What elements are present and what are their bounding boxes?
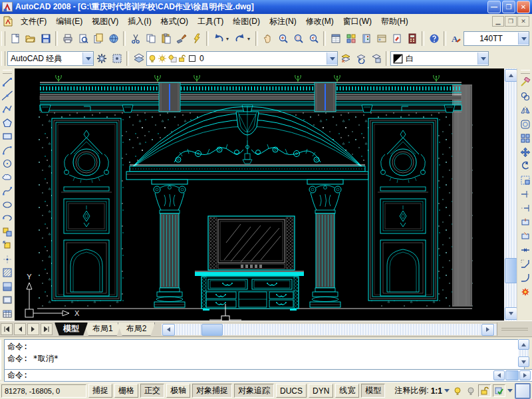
annotation-autoscale-icon[interactable]	[465, 385, 476, 396]
close-button[interactable]: ✕	[517, 1, 530, 13]
copy-obj-button[interactable]	[518, 89, 532, 103]
tab-first-button[interactable]	[1, 323, 13, 335]
toggle-grid[interactable]: 栅格	[114, 384, 138, 398]
chamfer-button[interactable]	[518, 257, 532, 271]
vertical-scroll-thumb[interactable]	[505, 258, 517, 283]
toolbar-grip[interactable]	[3, 70, 12, 74]
rotate-button[interactable]	[518, 159, 532, 173]
layer-freeze-icon[interactable]	[157, 54, 167, 64]
menu-item-1[interactable]: 编辑(E)	[51, 14, 87, 29]
chevron-down-icon[interactable]	[444, 389, 450, 392]
workspace-settings-button[interactable]	[94, 51, 109, 66]
minimize-button[interactable]: —	[487, 1, 501, 13]
sheetset-manager-button[interactable]	[374, 31, 389, 47]
toggle-ortho[interactable]: 正交	[140, 384, 164, 398]
xline-button[interactable]	[1, 88, 15, 102]
break-at-point-button[interactable]	[518, 215, 532, 229]
point-button[interactable]	[1, 252, 15, 266]
tab-model[interactable]: 模型	[55, 323, 88, 336]
scroll-down-button[interactable]	[505, 307, 517, 320]
line-button[interactable]	[1, 75, 15, 89]
menu-item-6[interactable]: 绘图(D)	[228, 14, 265, 29]
toggle-snap[interactable]: 捕捉	[88, 384, 112, 398]
scale-button[interactable]	[518, 173, 532, 187]
chevron-down-icon[interactable]	[327, 53, 337, 65]
cut-button[interactable]	[128, 31, 143, 47]
break-button[interactable]	[518, 229, 532, 243]
undo-button[interactable]	[211, 31, 226, 47]
menu-item-5[interactable]: 工具(T)	[193, 14, 228, 29]
ellipse-arc-button[interactable]	[1, 211, 15, 225]
tool-palettes-button[interactable]	[358, 31, 374, 47]
layer-vp-freeze-icon[interactable]	[167, 54, 177, 64]
extend-button[interactable]	[518, 201, 532, 215]
layer-manager-button[interactable]	[131, 51, 146, 66]
toolbar-unlock-icon[interactable]	[478, 384, 491, 397]
my-workspace-button[interactable]	[109, 51, 124, 66]
fillet-button[interactable]	[518, 271, 532, 285]
tab-last-button[interactable]	[41, 323, 53, 335]
quickcalc-button[interactable]	[404, 31, 420, 47]
3ddwf-button[interactable]	[106, 31, 121, 47]
layer-combo[interactable]: 0	[146, 51, 338, 66]
coordinate-readout[interactable]: 81278, -16805, 0	[1, 384, 86, 398]
chevron-down-icon[interactable]	[82, 53, 93, 65]
scroll-up-button[interactable]	[518, 339, 529, 350]
tab-layout1[interactable]: 布局1	[84, 323, 122, 336]
clean-screen-button[interactable]	[515, 383, 531, 399]
hatch-button[interactable]	[1, 266, 15, 280]
redo-button[interactable]	[232, 31, 247, 47]
toggle-dyn[interactable]: DYN	[309, 384, 333, 398]
command-history[interactable]: 命令:命令: *取消*	[4, 339, 525, 370]
horizontal-scroll-thumb[interactable]	[201, 324, 223, 336]
toggle-ducs[interactable]: DUCS	[276, 384, 307, 398]
table-button[interactable]	[1, 307, 15, 321]
menu-item-9[interactable]: 窗口(W)	[338, 14, 376, 29]
make-block-button[interactable]	[1, 239, 15, 253]
tab-layout2[interactable]: 布局2	[118, 323, 156, 336]
region-button[interactable]	[1, 293, 15, 307]
toggle-polar[interactable]: 极轴	[166, 384, 190, 398]
array-button[interactable]	[518, 131, 532, 145]
annotation-visibility-icon[interactable]	[452, 385, 463, 396]
menu-item-2[interactable]: 视图(V)	[87, 14, 123, 29]
move-button[interactable]	[518, 145, 532, 159]
markup-set-manager-button[interactable]	[389, 31, 404, 47]
command-scroll-thumb[interactable]	[505, 370, 519, 380]
polyline-button[interactable]	[1, 102, 15, 116]
text-style-button[interactable]: A	[448, 31, 464, 47]
erase-button[interactable]	[518, 75, 532, 89]
mirror-button[interactable]	[518, 103, 532, 117]
mdi-restore-button[interactable]: ❐	[505, 16, 517, 27]
splitter-grip[interactable]	[497, 323, 532, 336]
block-editor-button[interactable]	[189, 31, 204, 47]
pan-button[interactable]	[260, 31, 275, 47]
paste-button[interactable]	[158, 31, 174, 47]
explode-button[interactable]	[518, 285, 532, 299]
layer-on-icon[interactable]	[147, 54, 157, 64]
workspace-combo[interactable]: AutoCAD 经典	[7, 51, 94, 66]
make-layer-current-button[interactable]	[338, 51, 353, 66]
redo-dropdown[interactable]: ▾	[247, 31, 253, 47]
cad-drawing-canvas[interactable]: Y X	[15, 68, 504, 321]
ellipse-button[interactable]	[1, 198, 15, 211]
zoom-realtime-button[interactable]	[275, 31, 291, 47]
properties-button[interactable]	[328, 31, 343, 47]
vertical-scrollbar[interactable]	[504, 68, 517, 321]
scroll-left-button[interactable]	[162, 324, 175, 336]
restore-button[interactable]: ❐	[502, 1, 515, 13]
mdi-minimize-button[interactable]: ▁	[492, 16, 504, 27]
zoom-window-button[interactable]	[291, 31, 306, 47]
toolbar-grip[interactable]	[1, 51, 5, 66]
menu-item-4[interactable]: 格式(O)	[156, 14, 193, 29]
new-button[interactable]	[7, 31, 23, 47]
menu-item-0[interactable]: 文件(F)	[16, 14, 51, 29]
undo-dropdown[interactable]: ▾	[226, 31, 232, 47]
save-button[interactable]	[38, 31, 53, 47]
toolbar-grip[interactable]	[1, 31, 5, 46]
circle-button[interactable]	[1, 157, 15, 171]
menu-item-7[interactable]: 标注(N)	[265, 14, 301, 29]
copy-button[interactable]	[143, 31, 158, 47]
scroll-right-button[interactable]	[481, 324, 494, 336]
gradient-button[interactable]	[1, 279, 15, 293]
